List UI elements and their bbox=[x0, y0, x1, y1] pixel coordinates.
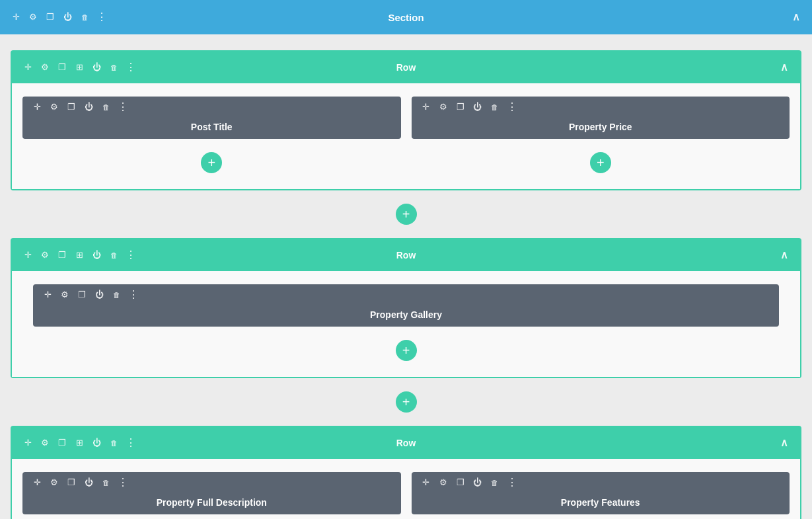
row3-power-icon[interactable] bbox=[91, 438, 102, 448]
add-widget-post-title-button[interactable]: + bbox=[201, 152, 222, 173]
row1-trash-icon[interactable] bbox=[108, 62, 119, 73]
widget-full-desc-power-icon[interactable] bbox=[83, 477, 94, 488]
row2-content: Property Gallery + bbox=[12, 271, 800, 377]
between-row1-row2-add: + bbox=[0, 201, 812, 227]
row3-trash-icon[interactable] bbox=[108, 438, 119, 448]
widget-post-title-gear-icon[interactable] bbox=[49, 102, 59, 112]
widget-post-title-toolbar bbox=[22, 97, 401, 118]
add-widget-gallery-button[interactable]: + bbox=[396, 340, 417, 361]
row3-move-icon[interactable] bbox=[22, 438, 33, 448]
row2-toolbar-left bbox=[22, 250, 136, 260]
widget-post-title-move-icon[interactable] bbox=[32, 102, 42, 112]
row3-more-icon[interactable] bbox=[126, 438, 136, 448]
widget-features-toolbar bbox=[412, 472, 790, 493]
widget-gallery-copy-icon[interactable] bbox=[77, 290, 87, 300]
row-1: Row Post Title bbox=[11, 50, 801, 190]
widget-property-price-power-icon[interactable] bbox=[472, 102, 483, 112]
widget-post-title-copy-icon[interactable] bbox=[66, 102, 77, 112]
row2-collapse-icon[interactable] bbox=[779, 250, 790, 260]
row2-more-icon[interactable] bbox=[126, 250, 136, 260]
widget-features-move-icon[interactable] bbox=[421, 477, 431, 488]
widget-features-power-icon[interactable] bbox=[472, 477, 483, 488]
widget-property-features: Property Features bbox=[412, 472, 790, 514]
widget-features-label: Property Features bbox=[561, 493, 640, 514]
widget-features-copy-icon[interactable] bbox=[455, 477, 466, 488]
row2-trash-icon[interactable] bbox=[108, 250, 119, 260]
row3-copy-icon[interactable] bbox=[57, 438, 67, 448]
widget-post-title-power-icon[interactable] bbox=[83, 102, 94, 112]
row1-collapse-icon[interactable] bbox=[779, 62, 790, 73]
widget-property-price-trash-icon[interactable] bbox=[490, 102, 500, 112]
row1-toolbar-left bbox=[22, 62, 136, 73]
row3-grid-icon[interactable] bbox=[74, 438, 85, 448]
row3-toolbar-right bbox=[779, 438, 790, 448]
widget-gallery-gear-icon[interactable] bbox=[59, 290, 70, 300]
section-power-icon[interactable] bbox=[62, 12, 73, 22]
widget-full-desc-toolbar bbox=[22, 472, 401, 493]
row3-toolbar-left bbox=[22, 438, 136, 448]
widget-gallery-trash-icon[interactable] bbox=[111, 290, 122, 300]
section-copy-icon[interactable] bbox=[45, 12, 55, 22]
widget-features-gear-icon[interactable] bbox=[438, 477, 449, 488]
row2-power-icon[interactable] bbox=[91, 250, 102, 260]
add-row-between-2-3-button[interactable]: + bbox=[396, 391, 417, 413]
section-gear-icon[interactable] bbox=[28, 12, 38, 22]
add-row-between-1-2-button[interactable]: + bbox=[396, 204, 417, 225]
widget-features-more-icon[interactable] bbox=[507, 477, 517, 488]
widget-full-desc-trash-icon[interactable] bbox=[100, 477, 111, 488]
row2-toolbar-right bbox=[779, 250, 790, 260]
widget-post-title-more-icon[interactable] bbox=[118, 102, 128, 112]
row1-power-icon[interactable] bbox=[91, 62, 102, 73]
widget-property-price-move-icon[interactable] bbox=[421, 102, 431, 112]
widget-full-desc-label: Property Full Description bbox=[157, 493, 267, 514]
row1-title: Row bbox=[396, 62, 416, 73]
section-trash-icon[interactable] bbox=[79, 12, 90, 22]
widget-gallery-more-icon[interactable] bbox=[128, 290, 139, 300]
section-move-icon[interactable] bbox=[11, 12, 21, 22]
row1-copy-icon[interactable] bbox=[57, 62, 67, 73]
widget-property-price-more-icon[interactable] bbox=[507, 102, 517, 112]
row1-grid-icon[interactable] bbox=[74, 62, 85, 73]
add-widget-property-price-button[interactable]: + bbox=[590, 152, 611, 173]
row3-gear-icon[interactable] bbox=[40, 438, 50, 448]
widget-gallery-power-icon[interactable] bbox=[94, 290, 104, 300]
row2-move-icon[interactable] bbox=[22, 250, 33, 260]
row-2: Row Property Gallery bbox=[11, 238, 801, 378]
widget-post-title-trash-icon[interactable] bbox=[100, 102, 111, 112]
widget-full-desc-copy-icon[interactable] bbox=[66, 477, 77, 488]
row1-move-icon[interactable] bbox=[22, 62, 33, 73]
row3-title: Row bbox=[396, 438, 416, 448]
widget-post-title-label: Post Title bbox=[191, 118, 233, 139]
widget-property-price-label: Property Price bbox=[569, 118, 632, 139]
widget-property-gallery: Property Gallery bbox=[33, 284, 779, 327]
section-collapse-icon[interactable] bbox=[791, 12, 801, 22]
row2-grid-icon[interactable] bbox=[74, 250, 85, 260]
row1-more-icon[interactable] bbox=[126, 62, 136, 73]
row3-collapse-icon[interactable] bbox=[779, 438, 790, 448]
widget-full-desc-move-icon[interactable] bbox=[32, 477, 42, 488]
row1-col2-add-btn-row: + bbox=[412, 149, 790, 176]
row3-content: Property Full Description Property Featu… bbox=[12, 459, 800, 519]
row-3: Row Property Full D bbox=[11, 426, 801, 519]
row2-gear-icon[interactable] bbox=[40, 250, 50, 260]
section-title: Section bbox=[388, 12, 424, 23]
widget-gallery-move-icon[interactable] bbox=[42, 290, 53, 300]
section-toolbar-right bbox=[791, 12, 801, 22]
between-row2-row3-add: + bbox=[0, 389, 812, 415]
widget-full-desc-gear-icon[interactable] bbox=[49, 477, 59, 488]
widget-full-desc-more-icon[interactable] bbox=[118, 477, 128, 488]
widget-property-gallery-wrapper: Property Gallery bbox=[33, 284, 779, 327]
row2-copy-icon[interactable] bbox=[57, 250, 67, 260]
row1-gear-icon[interactable] bbox=[40, 62, 50, 73]
row1-add-buttons: + + bbox=[22, 149, 790, 176]
widget-property-price-gear-icon[interactable] bbox=[438, 102, 449, 112]
widget-property-price-copy-icon[interactable] bbox=[455, 102, 466, 112]
widget-property-gallery-label: Property Gallery bbox=[370, 305, 442, 327]
widget-features-trash-icon[interactable] bbox=[490, 477, 500, 488]
row-2-bar: Row bbox=[12, 239, 800, 271]
widget-property-price: Property Price bbox=[412, 97, 790, 139]
section-bar: Section bbox=[0, 0, 812, 34]
section-more-icon[interactable] bbox=[96, 12, 107, 22]
widget-property-gallery-toolbar bbox=[33, 284, 779, 305]
row2-add-btn-row: + bbox=[22, 337, 790, 364]
